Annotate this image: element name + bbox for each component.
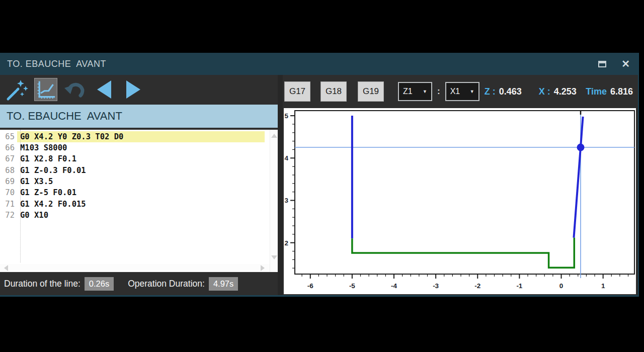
y-tick-label: 2 xyxy=(284,239,288,247)
code-line-text: G1 X3.5 xyxy=(17,177,53,186)
gcode-editor[interactable]: 65G0 X4.2 Y0 Z0.3 T02 D066M103 S800067G1… xyxy=(0,130,278,272)
time-readout: Time 6.816 xyxy=(586,86,633,97)
code-line-body: G1 X2.8 F0.1 xyxy=(17,153,265,164)
status-bar: Duration of the line: 0.26s Operation Du… xyxy=(0,272,278,295)
position-marker[interactable] xyxy=(577,143,585,151)
rapid-move-diagonal xyxy=(574,117,583,238)
time-readout-label: Time xyxy=(586,86,607,97)
window-title: TO. EBAUCHE AVANT xyxy=(0,59,106,69)
plane-g18-button[interactable]: G18 xyxy=(320,81,347,102)
simulation-window: TO. EBAUCHE AVANT ✕ xyxy=(0,53,639,297)
code-line[interactable]: 65G0 X4.2 Y0 Z0.3 T02 D0 xyxy=(0,131,278,142)
chart-icon xyxy=(36,79,56,100)
restore-window-icon[interactable] xyxy=(598,61,606,67)
operation-duration-label: Operation Duration: xyxy=(128,279,205,289)
title-bar: TO. EBAUCHE AVANT ✕ xyxy=(0,53,638,75)
step-back-button[interactable] xyxy=(93,78,116,101)
z-readout-value: 0.463 xyxy=(499,86,522,97)
show-chart-button[interactable] xyxy=(34,78,57,101)
feed-move-path xyxy=(352,238,574,268)
line-number: 69 xyxy=(0,177,17,186)
code-line[interactable]: 69G1 X3.5 xyxy=(0,176,278,187)
undo-icon xyxy=(63,78,87,101)
step-forward-button[interactable] xyxy=(122,78,145,101)
x-tick-label: -6 xyxy=(307,282,313,290)
previous-line-icon xyxy=(97,80,111,99)
plot-border xyxy=(295,111,634,274)
code-line-body: G0 X4.2 Y0 Z0.3 T02 D0 xyxy=(17,131,265,142)
code-line[interactable]: 72G0 X10 xyxy=(0,210,278,221)
toolpath-chart[interactable]: -6-5-4-3-2-1012345 xyxy=(284,108,636,294)
code-line-body: M103 S8000 xyxy=(17,142,265,153)
code-line[interactable]: 68G1 Z-0.3 F0.01 xyxy=(0,165,278,176)
axis2-value: X1 xyxy=(450,87,460,96)
gutter-separator xyxy=(20,130,21,262)
x-tick-label: 1 xyxy=(601,282,605,290)
line-duration-label: Duration of the line: xyxy=(4,279,80,289)
horizontal-scrollbar[interactable] xyxy=(0,264,270,272)
undo-button[interactable] xyxy=(63,78,87,101)
code-line[interactable]: 66M103 S8000 xyxy=(0,142,278,153)
code-panel: TO. EBAUCHE AVANT 65G0 X4.2 Y0 Z0.3 T02 … xyxy=(0,75,278,295)
code-line-body: G0 X10 xyxy=(17,210,265,221)
code-line-body: G1 Z-5 F0.01 xyxy=(17,187,265,198)
code-line-text: G1 Z-0.3 F0.01 xyxy=(17,166,86,175)
chart-panel: G17 G18 G19 Z1 ▼ : X1 ▼ Z : 0.463 xyxy=(283,75,638,295)
vertical-scrollbar[interactable] xyxy=(270,130,278,272)
y-tick-label: 4 xyxy=(284,154,288,162)
x-readout-label: X : xyxy=(539,86,550,97)
panel-divider[interactable] xyxy=(278,75,283,295)
x-tick-label: -3 xyxy=(433,282,439,290)
code-line-text: G0 X10 xyxy=(17,211,48,220)
chart-toolbar: G17 G18 G19 Z1 ▼ : X1 ▼ Z : 0.463 xyxy=(283,75,638,108)
x-tick-label: -4 xyxy=(391,282,397,290)
magic-wand-icon xyxy=(5,78,28,101)
code-line[interactable]: 67G1 X2.8 F0.1 xyxy=(0,153,278,164)
x-tick-label: -1 xyxy=(516,282,522,290)
y-tick-label: 5 xyxy=(284,112,288,120)
axis-separator: : xyxy=(437,86,440,97)
operation-title: TO. EBAUCHE AVANT xyxy=(7,110,122,123)
window-controls: ✕ xyxy=(598,59,638,69)
scroll-right-icon[interactable] xyxy=(261,265,265,271)
axis1-value: Z1 xyxy=(403,87,413,96)
left-toolbar xyxy=(0,75,278,104)
plane-g17-button[interactable]: G17 xyxy=(284,81,310,102)
chevron-down-icon: ▼ xyxy=(423,89,427,94)
line-number: 71 xyxy=(0,200,17,209)
line-number: 68 xyxy=(0,166,17,175)
x-readout-value: 4.253 xyxy=(554,86,577,97)
z-readout-label: Z : xyxy=(485,86,496,97)
z-readout: Z : 0.463 xyxy=(485,86,522,97)
code-line[interactable]: 71G1 X4.2 F0.015 xyxy=(0,199,278,210)
code-line-text: M103 S8000 xyxy=(17,143,67,152)
axis2-select[interactable]: X1 ▼ xyxy=(445,82,479,101)
y-tick-label: 3 xyxy=(284,197,288,204)
scroll-left-icon[interactable] xyxy=(4,265,8,271)
code-line[interactable]: 70G1 Z-5 F0.01 xyxy=(0,187,278,198)
code-line-body: G1 X4.2 F0.015 xyxy=(17,199,265,210)
screen: TO. EBAUCHE AVANT ✕ xyxy=(0,0,644,352)
operation-duration-value: 4.97s xyxy=(209,277,238,291)
next-line-icon xyxy=(126,80,140,99)
line-number: 66 xyxy=(0,143,17,152)
line-number: 65 xyxy=(0,132,17,141)
time-readout-value: 6.816 xyxy=(610,86,633,97)
scroll-down-icon[interactable] xyxy=(271,255,277,259)
plane-g19-button[interactable]: G19 xyxy=(358,81,384,102)
x-tick-label: 0 xyxy=(559,282,564,290)
magic-wand-button[interactable] xyxy=(5,78,28,101)
chevron-down-icon: ▼ xyxy=(470,89,474,94)
line-number: 70 xyxy=(0,188,17,197)
close-icon[interactable]: ✕ xyxy=(621,59,630,69)
line-number: 67 xyxy=(0,154,17,163)
axis1-select[interactable]: Z1 ▼ xyxy=(398,82,432,101)
line-number: 72 xyxy=(0,211,17,220)
code-line-body: G1 Z-0.3 F0.01 xyxy=(17,165,265,176)
code-line-text: G1 X4.2 F0.015 xyxy=(17,200,86,209)
scroll-up-icon[interactable] xyxy=(271,134,277,138)
code-line-text: G1 X2.8 F0.1 xyxy=(17,154,76,163)
x-tick-label: -5 xyxy=(349,282,355,290)
line-duration-value: 0.26s xyxy=(85,277,114,291)
x-readout: X : 4.253 xyxy=(539,86,577,97)
